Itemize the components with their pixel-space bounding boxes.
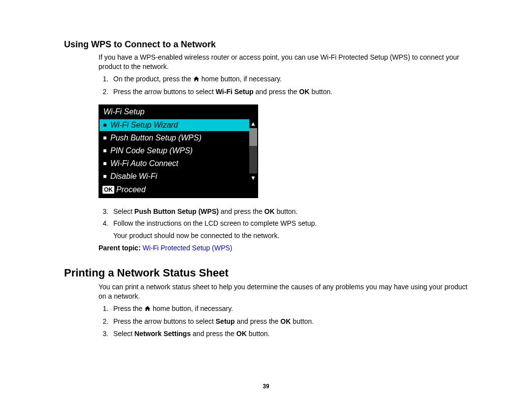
section1-step4: Follow the instructions on the LCD scree… bbox=[110, 219, 468, 240]
scroll-track bbox=[249, 128, 257, 173]
section2-heading: Printing a Network Status Sheet bbox=[64, 267, 468, 279]
section1-steps-cont: Select Push Button Setup (WPS) and press… bbox=[99, 207, 468, 241]
section1-intro: If you have a WPS-enabled wireless route… bbox=[99, 53, 468, 71]
page-number: 39 bbox=[64, 383, 468, 390]
home-icon bbox=[193, 75, 200, 84]
lcd-item: PIN Code Setup (WPS) bbox=[100, 144, 249, 157]
section2-step1: Press the home button, if necessary. bbox=[110, 304, 468, 314]
section1-step4-note: Your product should now be connected to … bbox=[113, 231, 468, 240]
lcd-item-selected: Wi-Fi Setup Wizard bbox=[100, 119, 249, 131]
lcd-screenshot: Wi-Fi Setup Wi-Fi Setup Wizard Push Butt… bbox=[99, 104, 258, 198]
lcd-title: Wi-Fi Setup bbox=[100, 105, 257, 119]
section2-steps: Press the home button, if necessary. Pre… bbox=[99, 304, 468, 339]
section2-step2: Press the arrow buttons to select Setup … bbox=[110, 317, 468, 326]
lcd-item: Wi-Fi Auto Connect bbox=[100, 157, 249, 170]
lcd-scrollbar: ▲ ▼ bbox=[249, 119, 257, 182]
scroll-up-arrow-icon: ▲ bbox=[249, 119, 257, 128]
home-icon bbox=[144, 305, 151, 314]
lcd-ok-badge: OK bbox=[102, 186, 114, 194]
scroll-down-arrow-icon: ▼ bbox=[249, 173, 257, 182]
section1-heading: Using WPS to Connect to a Network bbox=[64, 39, 468, 50]
lcd-item: Push Button Setup (WPS) bbox=[100, 131, 249, 144]
lcd-menu-list: Wi-Fi Setup Wizard Push Button Setup (WP… bbox=[100, 119, 249, 182]
parent-topic: Parent topic: Wi-Fi Protected Setup (WPS… bbox=[99, 243, 468, 253]
parent-topic-link[interactable]: Wi-Fi Protected Setup (WPS) bbox=[142, 244, 232, 252]
section2-step3: Select Network Settings and press the OK… bbox=[110, 329, 468, 339]
section1-step3: Select Push Button Setup (WPS) and press… bbox=[110, 207, 468, 216]
section1-step2: Press the arrow buttons to select Wi-Fi … bbox=[110, 87, 468, 97]
section1-steps: On the product, press the home button, i… bbox=[99, 74, 468, 97]
lcd-item: Disable Wi-Fi bbox=[100, 170, 249, 182]
section1-step1: On the product, press the home button, i… bbox=[110, 74, 468, 84]
scroll-thumb bbox=[249, 128, 257, 146]
section2-intro: You can print a network status sheet to … bbox=[99, 282, 468, 301]
lcd-footer: OKProceed bbox=[100, 182, 257, 197]
